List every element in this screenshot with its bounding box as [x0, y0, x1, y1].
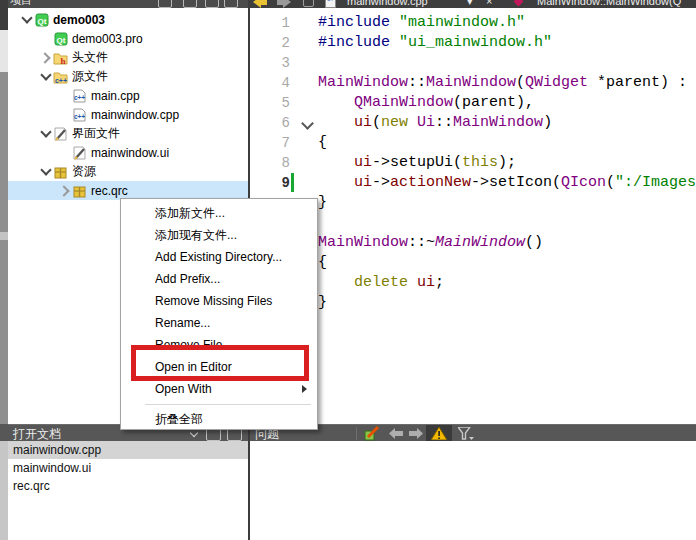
menu-item-Add_Prefix___[interactable]: Add Prefix... [121, 268, 317, 290]
expander-slot [39, 32, 53, 46]
code-token: ui [354, 114, 372, 131]
code-line-12: MainWindow::~MainWindow() [318, 233, 543, 253]
open-documents-list[interactable]: mainwindow.cppmainwindow.uirec.qrc [8, 441, 248, 540]
filter-icon[interactable] [158, 0, 172, 8]
tree-item-icon-slot [72, 146, 87, 160]
fold-marker-icon[interactable] [301, 117, 314, 130]
code-token [318, 94, 354, 111]
tree-item-icon-slot [53, 127, 68, 141]
tree-item-main.cpp[interactable]: c++main.cpp [8, 86, 248, 105]
expander-slot [58, 108, 72, 122]
back-icon[interactable] [253, 0, 267, 8]
sync-icon[interactable] [183, 0, 197, 8]
expander-down-icon[interactable] [39, 127, 53, 141]
tree-item-___[interactable]: c++源文件 [8, 67, 248, 86]
code-token: MainWindow [435, 234, 525, 251]
header-folder-icon: h [53, 51, 68, 65]
menu-item-Rename___[interactable]: Rename... [121, 312, 317, 334]
tree-item-demo003[interactable]: Qtdemo003 [8, 10, 248, 29]
context-menu: 添加新文件...添加现有文件...Add Existing Directory.… [120, 198, 318, 430]
prev-item-icon[interactable] [389, 428, 403, 439]
expander-down-icon[interactable] [20, 13, 34, 27]
clean-icon[interactable] [363, 426, 381, 441]
open-doc-mainwindow.cpp[interactable]: mainwindow.cpp [8, 441, 248, 459]
code-token: *parent) : [588, 74, 687, 91]
code-token: "mainwindow.h" [399, 14, 525, 31]
close-pane-icon[interactable] [224, 0, 238, 8]
menu-item-_________[interactable]: 添加现有文件... [121, 224, 317, 246]
menu-item-Remove_File[interactable]: Remove File [121, 334, 317, 356]
tree-item-____[interactable]: 界面文件 [8, 124, 248, 143]
code-token: (parent), [453, 94, 534, 111]
code-token: } [318, 194, 327, 211]
code-token [408, 114, 417, 131]
chevron [40, 69, 51, 80]
expander-right-icon[interactable] [58, 184, 72, 198]
cpp-file-icon: c+ [325, 0, 336, 8]
code-token: Ui [417, 114, 435, 131]
line-number-5: 5 [250, 93, 290, 113]
code-token: #include [318, 34, 399, 51]
open-doc-rec.qrc[interactable]: rec.qrc [8, 477, 248, 495]
issues-pane-body[interactable] [250, 441, 696, 540]
filter-funnel-icon[interactable] [458, 427, 474, 440]
forward-icon[interactable] [277, 0, 291, 8]
code-line-10: } [318, 193, 327, 213]
docs-dropdown-caret[interactable] [190, 429, 198, 437]
code-token [318, 174, 354, 191]
code-token: QWidget [525, 74, 588, 91]
tree-item-mainwindow.cpp[interactable]: c++mainwindow.cpp [8, 105, 248, 124]
tree-item-label: demo003.pro [72, 32, 143, 46]
tree-item-icon-slot: c++ [53, 70, 68, 84]
menu-item-Remove_Missing_Files[interactable]: Remove Missing Files [121, 290, 317, 312]
warning-icon [431, 427, 447, 440]
symbol-selector[interactable]: MainWindow::MainWindow(Q [537, 0, 681, 7]
tree-item-label: main.cpp [91, 89, 140, 103]
code-token [318, 154, 354, 171]
code-token [318, 114, 354, 131]
symbol-icon [514, 0, 524, 6]
code-token: "ui_mainwindow.h" [399, 34, 552, 51]
tree-item-mainwindow.ui[interactable]: mainwindow.ui [8, 143, 248, 162]
code-token: ui [417, 274, 435, 291]
menu-item-Open_With[interactable]: Open With [121, 378, 317, 400]
toolbar-separator [356, 427, 357, 440]
tree-item-__[interactable]: 资源 [8, 162, 248, 181]
pin-icon[interactable] [303, 0, 314, 7]
code-token: :: [435, 114, 453, 131]
open-file-name[interactable]: mainwindow.cpp [347, 0, 428, 7]
tree-item-___[interactable]: h头文件 [8, 48, 248, 67]
code-token: MainWindow [453, 114, 543, 131]
file-dropdown-caret[interactable]: ▾ [467, 0, 473, 8]
ui-form-icon [53, 127, 68, 141]
code-token: ui [354, 174, 372, 191]
split-icon[interactable] [205, 0, 219, 8]
tree-item-icon-slot: c++ [72, 89, 87, 103]
menu-item-Open_in_Editor[interactable]: Open in Editor [121, 356, 317, 378]
code-token: this [462, 154, 498, 171]
tree-item-icon-slot: c++ [72, 108, 87, 122]
code-token: MainWindow [318, 74, 408, 91]
line-number-4: 4 [250, 73, 290, 93]
show-warnings-toggle[interactable] [426, 425, 452, 442]
next-item-icon[interactable] [409, 428, 423, 439]
code-line-8: ui->setupUi(this); [318, 153, 516, 173]
tree-item-demo003.pro[interactable]: Qtdemo003.pro [8, 29, 248, 48]
expander-right-icon[interactable] [39, 51, 53, 65]
tree-item-label: 头文件 [72, 49, 108, 66]
resource-icon [53, 165, 68, 179]
code-token: ; [435, 274, 444, 291]
menu-item-____[interactable]: 折叠全部 [121, 408, 317, 430]
expander-down-icon[interactable] [39, 165, 53, 179]
tree-item-label: mainwindow.ui [91, 146, 169, 160]
menu-item-________[interactable]: 添加新文件... [121, 202, 317, 224]
code-line-14: delete ui; [318, 273, 444, 293]
menu-item-Add_Existing_Directory___[interactable]: Add Existing Directory... [121, 246, 317, 268]
code-token: ( [606, 174, 615, 191]
close-document-icon[interactable]: × [486, 0, 492, 7]
mode-selector-strip[interactable] [0, 0, 8, 540]
line-number-3: 3 [250, 53, 290, 73]
expander-down-icon[interactable] [39, 70, 53, 84]
open-doc-mainwindow.ui[interactable]: mainwindow.ui [8, 459, 248, 477]
svg-text:c++: c++ [74, 112, 85, 119]
